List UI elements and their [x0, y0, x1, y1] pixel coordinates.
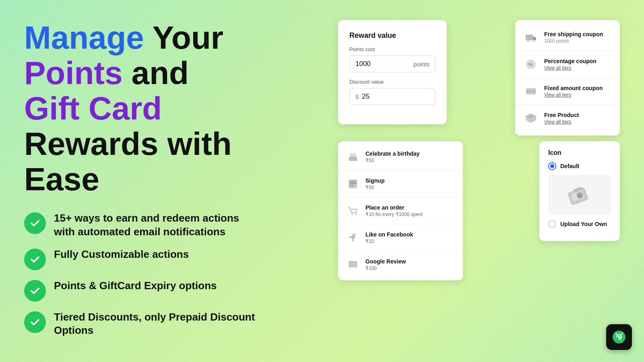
radio-upload-btn[interactable] — [548, 220, 556, 228]
coupon-item-free-product: Free Product View all tiers — [515, 105, 620, 132]
svg-rect-18 — [350, 181, 356, 182]
main-content: Manage Your Points and Gift Card Rewards… — [0, 0, 644, 362]
svg-rect-0 — [526, 35, 533, 40]
reward-value-title: Reward value — [349, 31, 436, 40]
birthday-info: Celebrate a birthday ₹50 — [365, 150, 420, 163]
action-google: Google Review ₹100 — [338, 251, 463, 278]
facebook-info: Like on Facebook ₹10 — [365, 231, 413, 244]
svg-rect-8 — [350, 155, 352, 157]
fixed-amount-name: Fixed amount coupon — [544, 85, 603, 91]
feature-item-1: 15+ ways to earn and redeem actionswith … — [24, 212, 314, 239]
svg-rect-7 — [349, 157, 357, 161]
free-shipping-icon — [523, 30, 539, 45]
fixed-amount-info: Fixed amount coupon View all tiers — [544, 85, 603, 98]
svg-point-21 — [351, 213, 353, 215]
percentage-name: Percentage coupon — [544, 58, 597, 64]
points-cost-field[interactable]: 1000 points — [349, 56, 436, 72]
action-facebook: Like on Facebook ₹10 — [338, 224, 463, 251]
free-shipping-sub: 1000 points — [544, 38, 603, 44]
left-panel: Manage Your Points and Gift Card Rewards… — [24, 16, 314, 337]
fixed-amount-sub[interactable]: View all tiers — [544, 92, 603, 98]
feature-text-3: Points & GiftCard Expiry options — [54, 279, 217, 293]
svg-point-16 — [355, 153, 356, 154]
percentage-sub[interactable]: View all tiers — [544, 65, 597, 71]
coupon-item-free-shipping: Free shipping coupon 1000 points — [515, 24, 620, 51]
action-signup: Signup ₹50 — [338, 171, 463, 197]
discount-field[interactable]: $ 25 — [349, 88, 436, 105]
google-name: Google Review — [365, 258, 406, 265]
birthday-name: Celebrate a birthday — [365, 150, 420, 157]
order-name: Place an order — [365, 204, 423, 211]
svg-rect-28 — [350, 265, 353, 266]
discount-prefix: $ — [355, 93, 359, 100]
action-birthday: Celebrate a birthday ₹50 — [338, 144, 463, 171]
icon-picker-card: Icon Default $ — [539, 141, 620, 241]
reward-value-card: Reward value Points cost 1000 points Dis… — [338, 20, 447, 124]
feature-item-3: Points & GiftCard Expiry options — [24, 279, 314, 302]
points-cost-value: 1000 — [355, 60, 413, 68]
free-product-name: Free Product — [544, 112, 579, 118]
check-icon-3 — [24, 280, 46, 302]
svg-rect-9 — [352, 155, 354, 157]
free-product-icon — [523, 111, 539, 126]
free-product-info: Free Product View all tiers — [544, 112, 579, 125]
discount-value: 25 — [362, 93, 429, 101]
headline-points: Points — [24, 55, 122, 91]
signup-value: ₹50 — [365, 185, 384, 190]
order-value: ₹10 for every ₹1000 spent — [365, 212, 423, 217]
radio-upload[interactable]: Upload Your Own — [548, 220, 611, 228]
svg-point-26 — [352, 261, 353, 262]
feature-item-2: Fully Customizable actions — [24, 248, 314, 270]
features-list: 15+ ways to earn and redeem actionswith … — [24, 212, 314, 337]
coupon-types-card: Free shipping coupon 1000 points % Perce… — [515, 20, 620, 136]
signup-icon — [346, 177, 360, 191]
check-icon-1 — [24, 212, 46, 234]
order-info: Place an order ₹10 for every ₹1000 spent — [365, 204, 423, 217]
fixed-amount-icon — [523, 84, 539, 99]
points-cost-label: Points cost — [349, 46, 436, 52]
radio-default-btn[interactable] — [548, 162, 556, 170]
headline-your: Your — [144, 20, 223, 56]
svg-rect-6 — [526, 90, 536, 93]
feature-text-2: Fully Customizable actions — [54, 248, 189, 261]
discount-label: Discount value — [349, 79, 436, 85]
free-shipping-name: Free shipping coupon — [544, 31, 603, 37]
free-product-sub[interactable]: View all tiers — [544, 119, 579, 125]
svg-point-14 — [351, 153, 352, 154]
google-value: ₹100 — [365, 265, 406, 271]
coupon-item-fixed: Fixed amount coupon View all tiers — [515, 78, 620, 105]
headline-and: and — [122, 55, 188, 91]
headline-manage: Manage — [24, 20, 144, 56]
signup-name: Signup — [365, 177, 384, 184]
svg-rect-10 — [354, 155, 356, 157]
headline-giftcard: Gift Card — [24, 90, 162, 126]
top-cards-row: Reward value Points cost 1000 points Dis… — [338, 20, 620, 136]
svg-point-25 — [351, 261, 352, 262]
check-icon-4 — [24, 311, 46, 333]
second-row: Celebrate a birthday ₹50 — [338, 141, 620, 280]
svg-point-22 — [355, 213, 357, 215]
percentage-icon: % — [523, 57, 539, 72]
birthday-icon — [346, 150, 360, 164]
coupon-item-percentage: % Percentage coupon View all tiers — [515, 51, 620, 78]
svg-point-1 — [527, 40, 529, 42]
svg-point-2 — [533, 40, 535, 42]
radio-default-label: Default — [560, 163, 579, 169]
radio-default[interactable]: Default — [548, 162, 611, 170]
svg-rect-19 — [350, 183, 356, 184]
google-icon — [346, 258, 360, 272]
facebook-value: ₹10 — [365, 239, 413, 244]
radio-upload-label: Upload Your Own — [560, 221, 607, 227]
facebook-name: Like on Facebook — [365, 231, 413, 238]
action-order: Place an order ₹10 for every ₹1000 spent — [338, 197, 463, 224]
points-unit: points — [413, 61, 429, 68]
actions-card: Celebrate a birthday ₹50 — [338, 141, 463, 280]
check-icon-2 — [24, 249, 46, 270]
order-icon — [346, 204, 360, 218]
free-shipping-info: Free shipping coupon 1000 points — [544, 31, 603, 44]
svg-rect-27 — [350, 264, 355, 265]
svg-point-15 — [353, 153, 354, 154]
svg-text:%: % — [528, 62, 533, 68]
headline: Manage Your Points and Gift Card Rewards… — [24, 20, 314, 197]
birthday-value: ₹50 — [365, 158, 420, 163]
